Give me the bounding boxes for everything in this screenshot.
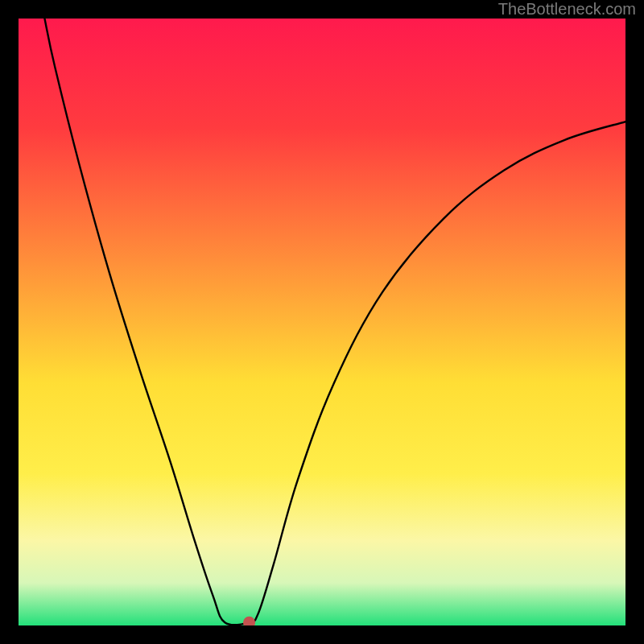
plot-area — [19, 19, 625, 625]
watermark-text: TheBottleneck.com — [498, 0, 636, 19]
gradient-background — [19, 19, 625, 625]
chart-frame: TheBottleneck.com — [0, 0, 644, 644]
bottleneck-chart — [19, 19, 625, 625]
